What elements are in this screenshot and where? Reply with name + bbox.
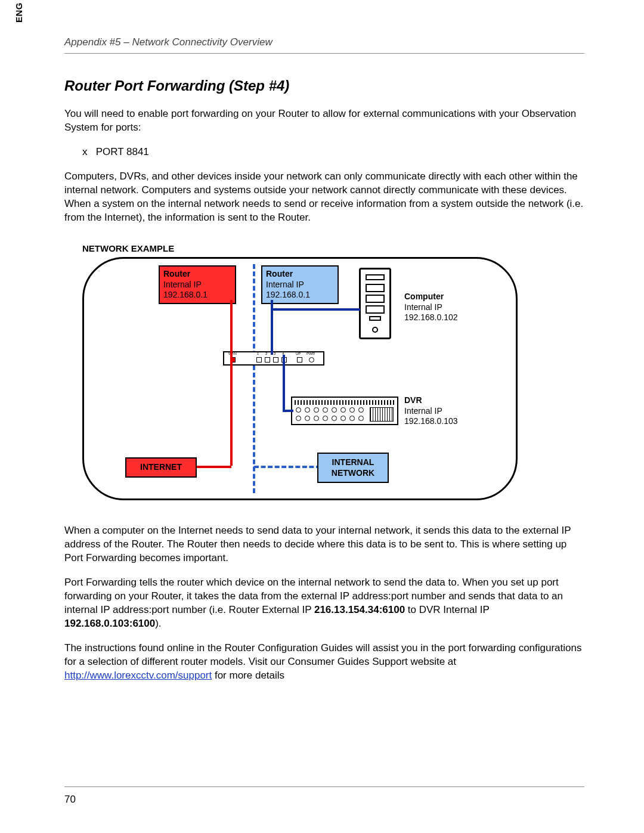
network-divider-line [253,264,255,493]
dvr-title: DVR [404,395,458,406]
router-external-ip-label: Internal IP [163,280,231,290]
p5-a: The instructions found online in the Rou… [64,642,581,667]
page-footer: 70 [64,786,584,807]
line-red-vertical [230,300,233,466]
router-external-ip: 192.168.0.1 [163,290,231,301]
router-external-title: Router [163,269,231,280]
line-blue-to-computer-h [271,308,360,311]
port-label-3: 3 [274,351,275,356]
router-internal-title: Router [266,269,334,280]
p4-bold2: 192.168.0.103:6100 [64,618,155,629]
line-blue-to-dvr-v [283,355,285,412]
network-example-heading: NETWORK EXAMPLE [82,243,584,255]
router-device-icon: WAN 1 2 3 4 UP PWR [223,351,324,366]
p4: Port Forwarding tells the router which d… [64,576,584,631]
computer-label: Computer Internal IP 192.168.0.102 [404,292,458,323]
internal-network-tag: INTERNAL NETWORK [317,453,389,483]
dvr-device-icon [291,397,398,425]
port-label-up: UP [296,351,301,356]
intro-paragraph: You will need to enable port forwarding … [64,107,584,135]
p4-bold1: 216.13.154.34:6100 [314,604,405,615]
p5-b: for more details [212,670,284,681]
network-diagram: Router Internal IP 192.168.0.1 Router In… [82,257,518,500]
internal-tag-l2: NETWORK [327,468,379,479]
computer-ip: 192.168.0.102 [404,312,458,323]
internet-tag: INTERNET [125,457,197,478]
language-tab: ENG [13,2,25,23]
line-blue-to-dvr-h [283,410,293,412]
router-internal-ip: 192.168.0.1 [266,290,334,301]
p3: When a computer on the Internet needs to… [64,524,584,565]
dvr-label: DVR Internal IP 192.168.0.103 [404,395,458,427]
dvr-ip-label: Internal IP [404,406,458,417]
router-internal-ip-label: Internal IP [266,280,334,290]
computer-icon [359,268,391,339]
computer-title: Computer [404,292,458,302]
router-external-box: Router Internal IP 192.168.0.1 [159,265,236,304]
page-number: 70 [64,794,76,805]
port-label-pwr: PWR [306,351,315,356]
port-bullet: x PORT 8841 [82,145,584,159]
bullet-text: PORT 8841 [96,146,149,157]
p5: The instructions found online in the Rou… [64,642,584,683]
port-label-2: 2 [265,351,267,356]
computer-ip-label: Internal IP [404,302,458,313]
port-label-1: 1 [257,351,259,356]
section-title: Router Port Forwarding (Step #4) [64,76,584,95]
internal-tag-l1: INTERNAL [327,457,379,468]
p4-b: to DVR Internal IP [405,604,489,615]
explanation-paragraph: Computers, DVRs, and other devices insid… [64,170,584,225]
bullet-marker: x [82,146,88,157]
page-header: Appendix #5 – Network Connectivity Overv… [64,36,584,54]
dvr-ip: 192.168.0.103 [404,416,458,427]
support-link[interactable]: http://www.lorexcctv.com/support [64,670,212,681]
dashed-to-internal [254,466,321,468]
p4-c: ). [155,618,161,629]
router-internal-box: Router Internal IP 192.168.0.1 [261,265,339,304]
